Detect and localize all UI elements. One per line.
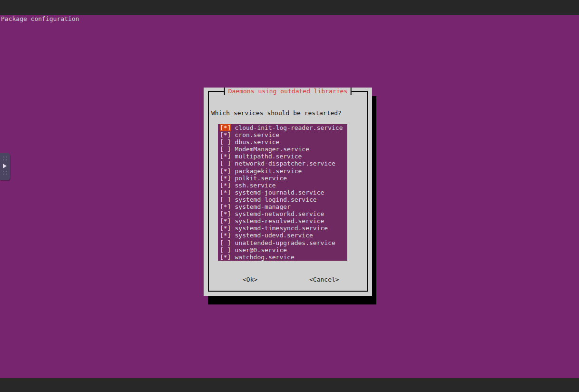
package-configuration-dialog: Daemons using outdated libraries Which s… — [204, 88, 372, 296]
list-item[interactable]: [*]watchdog.service — [218, 254, 347, 261]
checkbox[interactable]: [*] — [220, 189, 231, 196]
list-item[interactable]: [*]systemd-timesyncd.service — [218, 225, 347, 232]
list-item[interactable]: [*]systemd-networkd.service — [218, 210, 347, 217]
list-item[interactable]: [*]systemd-resolved.service — [218, 217, 347, 225]
list-item[interactable]: [*]systemd-manager — [218, 203, 347, 210]
list-item[interactable]: [*]polkit.service — [218, 175, 347, 182]
service-name: watchdog.service — [235, 254, 294, 261]
service-name: packagekit.service — [235, 167, 302, 175]
checkbox[interactable]: [*] — [220, 217, 231, 225]
list-item[interactable]: [*]ssh.service — [218, 182, 347, 189]
checkbox[interactable]: [*] — [220, 203, 231, 210]
service-name: cron.service — [235, 131, 279, 138]
expand-arrow-icon — [3, 164, 7, 168]
service-name: systemd-resolved.service — [235, 217, 324, 225]
service-name: unattended-upgrades.service — [235, 239, 335, 246]
checkbox[interactable]: [ ] — [220, 138, 231, 146]
list-item[interactable]: [ ]unattended-upgrades.service — [218, 239, 347, 246]
service-name: systemd-journald.service — [235, 189, 324, 196]
ok-button[interactable]: <Ok> — [243, 276, 257, 284]
service-name: cloud-init-log-reader.service — [235, 124, 343, 131]
list-item[interactable]: [*]cloud-init-log-reader.service — [218, 124, 347, 131]
list-item[interactable]: [ ]dbus.service — [218, 138, 347, 146]
list-item[interactable]: [*]systemd-journald.service — [218, 189, 347, 196]
checkbox[interactable]: [*] — [220, 254, 231, 261]
bottom-bar — [0, 378, 579, 392]
service-name: ssh.service — [235, 182, 275, 189]
status-line: Package configuration — [1, 15, 79, 22]
list-item[interactable]: [ ]networkd-dispatcher.service — [218, 160, 347, 167]
checkbox[interactable]: [*] — [220, 210, 231, 217]
service-name: user@0.service — [235, 246, 287, 254]
list-item[interactable]: [*]multipathd.service — [218, 153, 347, 160]
checkbox[interactable]: [*] — [220, 167, 231, 175]
service-name: systemd-logind.service — [235, 196, 316, 203]
dialog-title: Daemons using outdated libraries — [224, 88, 352, 95]
service-name: networkd-dispatcher.service — [235, 160, 335, 167]
service-name: systemd-udevd.service — [235, 232, 313, 239]
top-bar — [0, 0, 579, 15]
checkbox[interactable]: [*] — [220, 124, 231, 131]
checkbox[interactable]: [ ] — [220, 246, 231, 254]
checkbox[interactable]: [*] — [220, 131, 231, 138]
grip-dots-icon — [2, 155, 8, 162]
checkbox[interactable]: [ ] — [220, 196, 231, 203]
service-name: systemd-manager — [235, 203, 290, 210]
service-name: polkit.service — [235, 175, 287, 182]
list-item[interactable]: [*]packagekit.service — [218, 167, 347, 175]
terminal-screen: Package configuration Daemons using outd… — [0, 0, 579, 392]
checkbox[interactable]: [*] — [220, 153, 231, 160]
list-item[interactable]: [ ]systemd-logind.service — [218, 196, 347, 203]
grip-dots-icon — [2, 169, 8, 176]
service-name: ModemManager.service — [235, 146, 309, 153]
checkbox[interactable]: [*] — [220, 175, 231, 182]
checkbox[interactable]: [ ] — [220, 239, 231, 246]
service-name: dbus.service — [235, 138, 279, 146]
list-item[interactable]: [*]systemd-udevd.service — [218, 232, 347, 239]
checkbox[interactable]: [*] — [220, 182, 231, 189]
list-item[interactable]: [*]cron.service — [218, 131, 347, 138]
list-item[interactable]: [ ]user@0.service — [218, 246, 347, 254]
checkbox[interactable]: [ ] — [220, 160, 231, 167]
dialog-question: Which services should be restarted? — [211, 109, 342, 117]
checkbox[interactable]: [*] — [220, 225, 231, 232]
cancel-button[interactable]: <Cancel> — [309, 276, 339, 284]
sidebar-handle[interactable] — [0, 153, 10, 180]
service-name: systemd-timesyncd.service — [235, 225, 328, 232]
services-checklist[interactable]: [*]cloud-init-log-reader.service [*]cron… — [218, 124, 347, 261]
service-name: multipathd.service — [235, 153, 302, 160]
list-item[interactable]: [ ]ModemManager.service — [218, 146, 347, 153]
service-name: systemd-networkd.service — [235, 210, 324, 217]
checkbox[interactable]: [ ] — [220, 146, 231, 153]
checkbox[interactable]: [*] — [220, 232, 231, 239]
